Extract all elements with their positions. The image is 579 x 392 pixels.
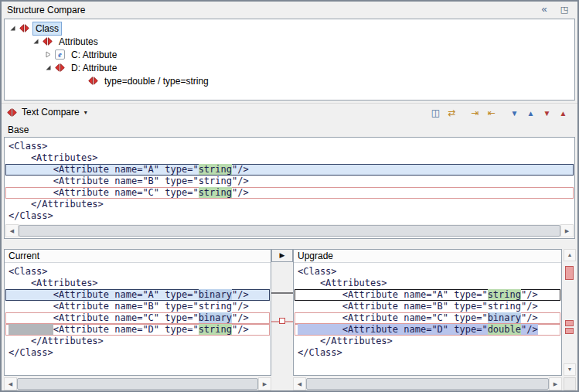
base-pane-label: Base <box>8 124 29 135</box>
diff-connectors <box>271 262 293 376</box>
code-text: <Attribute name="D" type=" <box>53 324 199 335</box>
expander-collapsed-icon[interactable] <box>45 51 52 58</box>
upgrade-code-area[interactable]: <Class> <Attributes> <Attribute name="A"… <box>295 264 560 374</box>
diff-code-line[interactable]: <Attribute name="C" type="string"/> <box>5 187 574 199</box>
expander-expanded-icon[interactable] <box>45 64 52 71</box>
diff-token <box>9 324 53 335</box>
code-text: <Attribute name="A" type=" <box>298 289 488 300</box>
code-line[interactable]: </Class> <box>295 347 560 359</box>
text-compare-menu[interactable]: Text Compare ▾ <box>7 107 87 118</box>
code-line[interactable]: <Attribute name="B" type="string"/> <box>5 301 270 312</box>
code-line[interactable]: </Attributes> <box>295 336 560 347</box>
base-code-area[interactable]: <Class> <Attributes> <Attribute name="A"… <box>5 138 574 224</box>
tree-item-label: type=double / type=string <box>102 75 211 87</box>
scroll-left-button[interactable]: ◀ <box>4 377 17 390</box>
diff-code-line[interactable]: <Attribute name="A" type="string"/> <box>5 164 574 176</box>
collapse-all-icon[interactable]: « <box>537 2 551 16</box>
code-text: "/> <box>232 324 249 335</box>
scroll-up-button[interactable]: ▲ <box>564 249 576 261</box>
h-scrollbar[interactable]: ◀ ▶ <box>4 377 271 390</box>
copy-right-to-left-icon[interactable]: ⇤ <box>483 106 499 121</box>
code-line[interactable]: <Attributes> <box>5 278 270 289</box>
two-pane-view-icon[interactable]: ◫ <box>427 106 444 121</box>
scroll-right-button[interactable]: ▶ <box>258 377 271 390</box>
copy-left-to-right-icon[interactable]: ⇥ <box>467 106 483 121</box>
code-text: <Class> <box>9 141 48 152</box>
diff-overview-mark[interactable] <box>565 328 574 334</box>
code-text: <Attribute name="C" type=" <box>9 187 199 198</box>
text-compare-header: Text Compare ▾ ◫ ⇄ ⇥ ⇤ ▼ ▲ ▼ ▲ <box>2 103 577 122</box>
scroll-right-button[interactable]: ▶ <box>560 224 574 237</box>
scroll-thumb[interactable] <box>306 378 549 390</box>
code-line[interactable]: <Attributes> <box>295 278 560 289</box>
diff-code-line[interactable]: <Attribute name="A" type="string"/> <box>295 289 560 301</box>
code-text: <Attribute name="B" type="string"/> <box>298 301 538 312</box>
code-text: <Attribute name="C" type=" <box>9 312 199 323</box>
scroll-thumb[interactable] <box>19 225 560 237</box>
code-line[interactable]: <Class> <box>5 141 574 152</box>
diff-overview-mark[interactable] <box>565 320 574 326</box>
h-scrollbar[interactable]: ◀ ▶ <box>5 224 574 237</box>
code-line[interactable]: </Attributes> <box>5 336 270 347</box>
diff-code-line[interactable]: <Attribute name="A" type="binary"/> <box>5 289 270 301</box>
tree-item-attributes[interactable]: Attributes <box>5 35 574 48</box>
code-text: </Attributes> <box>9 336 104 346</box>
code-text: <Class> <box>9 266 48 277</box>
restore-panel-icon[interactable]: ◳ <box>557 2 571 16</box>
code-line[interactable]: <Class> <box>295 266 560 278</box>
tree-item-d-attribute[interactable]: D: Attribute <box>5 61 574 74</box>
diff-token: string <box>199 164 232 175</box>
scroll-down-button[interactable]: ▼ <box>564 363 576 376</box>
next-difference-icon[interactable]: ▼ <box>506 106 523 121</box>
next-change-icon[interactable]: ▼ <box>539 106 555 121</box>
code-text: <Attribute name="C" type=" <box>298 312 488 323</box>
copy-all-changes-icon[interactable]: ⇄ <box>444 106 460 121</box>
current-pane-label: Current <box>5 250 271 263</box>
diff-code-line[interactable]: <Attribute name="D" type="string"/> <box>5 324 270 336</box>
code-text: </Class> <box>9 210 53 221</box>
previous-change-icon[interactable]: ▲ <box>555 106 571 121</box>
conflict-icon <box>43 37 53 46</box>
conflict-icon <box>19 24 29 32</box>
tree-item-class[interactable]: Class <box>5 22 574 35</box>
tree-item-c-attribute[interactable]: e C: Attribute <box>5 48 574 61</box>
diff-token: "/> <box>521 324 538 335</box>
diff-token: binary <box>199 289 232 300</box>
code-text: </Class> <box>9 347 53 358</box>
code-text: </Attributes> <box>9 199 104 210</box>
code-line[interactable]: <Attribute name="B" type="string"/> <box>5 176 574 187</box>
code-line[interactable]: <Attribute name="B" type="string"/> <box>295 301 560 312</box>
code-text: <Attribute name="A" type=" <box>9 164 199 175</box>
scroll-thumb[interactable] <box>17 378 258 390</box>
scroll-left-button[interactable]: ◀ <box>293 377 306 390</box>
diff-code-line[interactable]: <Attribute name="C" type="binary"/> <box>5 312 270 324</box>
diff-token: string <box>488 289 521 300</box>
expander-expanded-icon[interactable] <box>9 25 16 32</box>
overview-ruler[interactable]: ▲ ▼ <box>564 249 576 376</box>
upgrade-pane-label: Upgrade <box>294 250 561 263</box>
copy-direction-icon[interactable]: ▶ <box>271 249 293 262</box>
code-line[interactable]: <Attributes> <box>5 152 574 164</box>
code-line[interactable]: </Attributes> <box>5 199 574 210</box>
h-scrollbar[interactable]: ◀ ▶ <box>293 377 562 390</box>
code-line[interactable]: <Class> <box>5 266 270 278</box>
diff-code-line[interactable]: <Attribute name="D" type="double"/> <box>295 324 560 336</box>
code-line[interactable]: </Class> <box>5 347 270 359</box>
previous-difference-icon[interactable]: ▲ <box>523 106 539 121</box>
diff-code-line[interactable]: <Attribute name="C" type="binary"/> <box>295 312 560 324</box>
diff-overview-mark[interactable] <box>565 266 574 280</box>
tree-item-label: Class <box>33 22 61 35</box>
diff-token: string <box>199 187 232 198</box>
conflict-icon <box>88 77 98 85</box>
tree-item-type-conflict[interactable]: type=double / type=string <box>5 74 574 87</box>
scroll-right-button[interactable]: ▶ <box>549 377 562 390</box>
overview-ruler-track[interactable] <box>564 261 576 363</box>
expander-expanded-icon[interactable] <box>32 38 39 45</box>
conflict-diff-handle[interactable] <box>280 319 285 324</box>
current-code-area[interactable]: <Class> <Attributes> <Attribute name="A"… <box>5 264 270 374</box>
diff-token: string <box>199 324 232 335</box>
code-text: </Attributes> <box>298 336 393 346</box>
compare-editor-window: Structure Compare « ◳ Class Attributes e… <box>0 0 579 392</box>
code-line[interactable]: </Class> <box>5 210 574 222</box>
scroll-left-button[interactable]: ◀ <box>5 224 19 237</box>
